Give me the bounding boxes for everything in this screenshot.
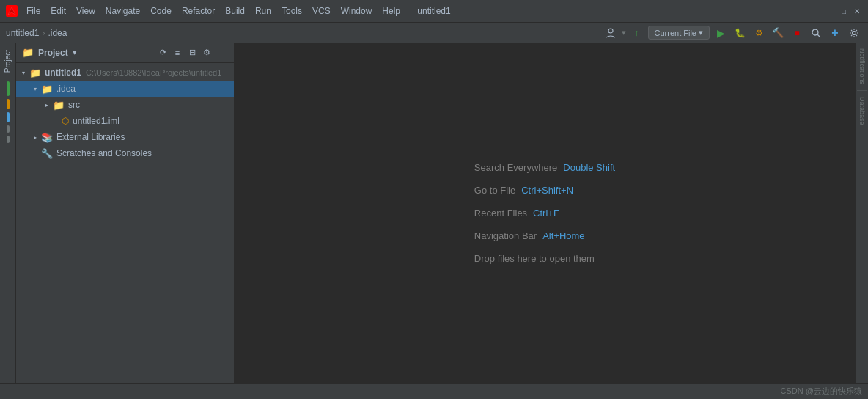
settings-icon[interactable] (846, 25, 862, 41)
ext-lib-icon: 📚 (41, 132, 53, 143)
panel-expand-icon[interactable]: ⊟ (185, 46, 199, 59)
stop-icon[interactable]: ■ (789, 25, 805, 41)
nav-actions: ▾ ↑ Current File ▾ ▶ 🐛 ⚙ 🔨 ■ + (603, 25, 862, 41)
app-icon (6, 5, 18, 17)
vcs-icon[interactable]: ↑ (629, 25, 645, 41)
svg-point-4 (853, 31, 856, 34)
hint-search-shortcut: Double Shift (563, 162, 615, 173)
current-file-dropdown[interactable]: Current File ▾ (648, 26, 710, 40)
menu-navigate[interactable]: Navigate (101, 4, 144, 18)
menu-edit[interactable]: Edit (46, 4, 70, 18)
hint-search: Search Everywhere Double Shift (474, 162, 615, 173)
window-title: untitled1 (417, 6, 450, 16)
idea-folder-icon: 📁 (41, 84, 53, 95)
tree-item-untitled1[interactable]: ▾ 📁 untitled1 C:\Users\19882\IdeaProject… (16, 65, 234, 81)
window-controls: — □ ✕ (825, 6, 862, 16)
panel-gear-icon[interactable]: ⚙ (200, 46, 213, 59)
tree-item-idea[interactable]: ▾ 📁 .idea (16, 81, 234, 97)
project-panel: 📁 Project ▾ ⟳ ≡ ⊟ ⚙ — ▾ 📁 untitled1 C:\U… (16, 43, 235, 383)
editor-hints: Search Everywhere Double Shift Go to Fil… (474, 162, 615, 264)
nav-bar: untitled1 › .idea ▾ ↑ Current File ▾ ▶ 🐛… (0, 22, 868, 43)
build-icon[interactable]: 🔨 (770, 25, 786, 41)
tree-arrow-ext: ▸ (31, 133, 40, 142)
tree-label-ext-libs: External Libraries (56, 132, 125, 142)
panel-title-arrow[interactable]: ▾ (73, 48, 77, 57)
tree-arrow-untitled1: ▾ (19, 68, 28, 77)
tree-item-iml[interactable]: ▸ ⬡ untitled1.iml (16, 113, 234, 129)
hint-drop-label: Drop files here to open them (474, 253, 595, 264)
scratch-icon: 🔧 (41, 148, 53, 159)
project-tab-label[interactable]: Project (2, 45, 13, 77)
database-label[interactable]: Database (858, 94, 867, 128)
menu-refactor[interactable]: Refactor (177, 4, 219, 18)
menu-tools[interactable]: Tools (277, 4, 306, 18)
breadcrumb-separator: › (42, 28, 45, 38)
tree-path-untitled1: C:\Users\19882\IdeaProjects\untitled1 (86, 68, 221, 77)
maximize-button[interactable]: □ (839, 6, 849, 16)
panel-collapse-all-icon[interactable]: ≡ (171, 46, 184, 59)
menu-bar: File Edit View Navigate Code Refactor Bu… (22, 4, 405, 18)
divider (857, 90, 867, 91)
menu-build[interactable]: Build (221, 4, 249, 18)
tree-arrow-src: ▸ (43, 100, 51, 109)
tree-item-src[interactable]: ▸ 📁 src (16, 97, 234, 113)
panel-actions: ⟳ ≡ ⊟ ⚙ — (156, 46, 228, 59)
panel-close-icon[interactable]: — (215, 46, 228, 59)
hint-navbar-label: Navigation Bar (474, 230, 537, 241)
marker-2 (7, 99, 10, 109)
run-icon[interactable]: ▶ (713, 25, 729, 41)
breadcrumb-idea[interactable]: .idea (48, 28, 67, 38)
minimize-button[interactable]: — (825, 6, 836, 16)
plus-icon[interactable]: + (827, 25, 843, 41)
tree-label-iml: untitled1.iml (73, 116, 119, 126)
iml-file-icon: ⬡ (62, 116, 69, 126)
panel-folder-icon: 📁 (22, 47, 34, 58)
menu-help[interactable]: Help (378, 4, 405, 18)
svg-line-3 (817, 34, 820, 37)
menu-file[interactable]: File (22, 4, 45, 18)
tree-arrow-idea: ▾ (31, 84, 40, 93)
hint-navbar-shortcut: Alt+Home (542, 230, 584, 241)
hint-navbar: Navigation Bar Alt+Home (474, 230, 585, 241)
menu-view[interactable]: View (72, 4, 100, 18)
breadcrumb: untitled1 › .idea (6, 28, 67, 38)
editor-area: Search Everywhere Double Shift Go to Fil… (235, 43, 855, 383)
status-bar: CSDN @云边的快乐猿 (0, 383, 868, 399)
current-file-label: Current File (655, 29, 696, 37)
tree-item-external-libs[interactable]: ▸ 📚 External Libraries (16, 129, 234, 145)
run-config-icon[interactable]: ⚙ (751, 25, 767, 41)
tree-label-src: src (68, 100, 80, 110)
panel-header: 📁 Project ▾ ⟳ ≡ ⊟ ⚙ — (16, 43, 234, 63)
marker-1 (7, 81, 10, 96)
tree-label-scratches: Scratches and Consoles (56, 148, 152, 158)
menu-window[interactable]: Window (336, 4, 377, 18)
panel-sync-icon[interactable]: ⟳ (156, 46, 169, 59)
title-bar-left: File Edit View Navigate Code Refactor Bu… (6, 4, 405, 18)
left-strip: Project (0, 43, 16, 383)
project-icon: 📁 (29, 67, 41, 78)
search-icon[interactable] (808, 25, 824, 41)
status-text: CSDN @云边的快乐猿 (781, 386, 862, 397)
svg-point-2 (812, 29, 818, 35)
panel-title: Project (38, 48, 68, 58)
debug-icon[interactable]: 🐛 (732, 25, 748, 41)
tree-item-scratches[interactable]: ▸ 🔧 Scratches and Consoles (16, 145, 234, 161)
marker-5 (7, 136, 10, 143)
current-file-chevron: ▾ (699, 28, 703, 37)
title-bar: File Edit View Navigate Code Refactor Bu… (0, 0, 868, 22)
hint-drop: Drop files here to open them (474, 253, 595, 264)
tree-container: ▾ 📁 untitled1 C:\Users\19882\IdeaProject… (16, 63, 234, 383)
close-button[interactable]: ✕ (852, 6, 862, 16)
menu-vcs[interactable]: VCS (308, 4, 335, 18)
notifications-label[interactable]: Notifications (858, 45, 867, 87)
hint-search-label: Search Everywhere (474, 162, 557, 173)
hint-goto: Go to File Ctrl+Shift+N (474, 185, 573, 196)
menu-code[interactable]: Code (146, 4, 176, 18)
user-icon[interactable] (603, 25, 619, 41)
hint-recent-shortcut: Ctrl+E (533, 208, 559, 219)
menu-run[interactable]: Run (251, 4, 276, 18)
notifications-sidebar: Notifications Database (855, 43, 868, 383)
svg-point-1 (608, 29, 613, 33)
tree-label-untitled1: untitled1 (45, 67, 81, 78)
breadcrumb-project[interactable]: untitled1 (6, 28, 39, 38)
